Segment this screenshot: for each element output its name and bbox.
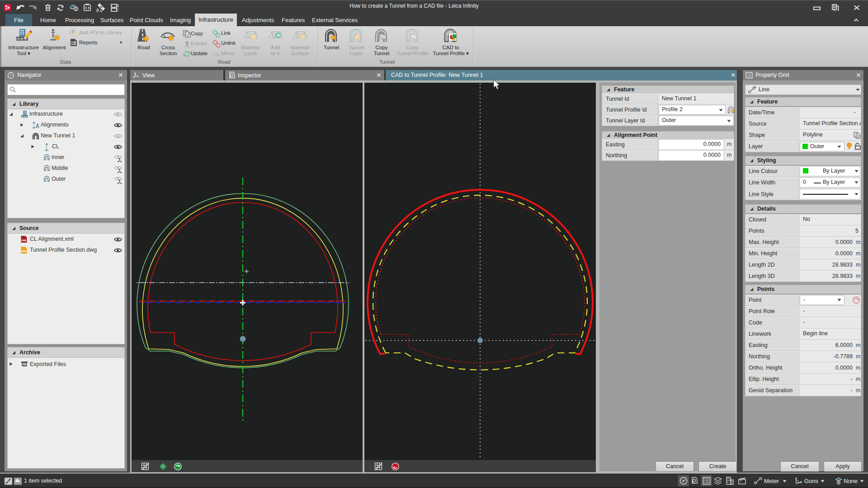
svg-text:XML: XML (22, 239, 27, 242)
svg-text:DWG: DWG (21, 250, 27, 253)
